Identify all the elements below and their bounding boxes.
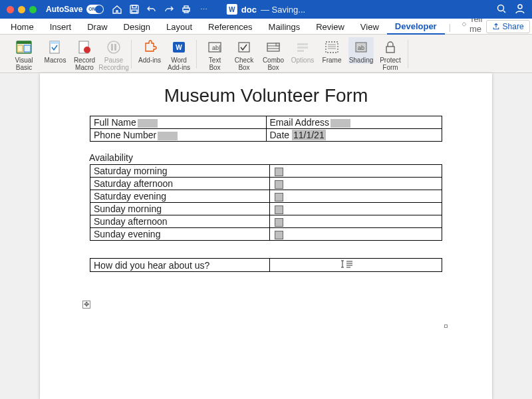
close-window-button[interactable]	[7, 6, 14, 13]
addins-icon	[140, 39, 159, 56]
availability-label: Sunday evening	[90, 228, 270, 241]
window-controls	[7, 6, 37, 13]
availability-label: Saturday afternoon	[90, 178, 270, 190]
autosave-toggle[interactable]: AutoSave ON	[46, 5, 104, 14]
svg-rect-18	[111, 44, 113, 51]
text-form-field[interactable]	[138, 119, 158, 128]
checkbox-form-field[interactable]	[275, 205, 283, 214]
checkbox-form-field[interactable]	[275, 168, 283, 176]
availability-heading: Availability	[89, 152, 459, 163]
combo-box-button[interactable]: Combo Box	[261, 37, 286, 71]
table-move-handle[interactable]: ✥	[82, 301, 90, 309]
availability-label: Saturday morning	[90, 165, 270, 178]
macros-icon	[46, 39, 65, 56]
addins-button[interactable]: Add-ins	[137, 37, 162, 64]
options-icon	[293, 39, 312, 56]
page-title: Museum Volunteer Form	[73, 85, 459, 106]
account-icon[interactable]	[515, 3, 525, 16]
tab-view[interactable]: View	[352, 19, 387, 34]
checkbox-form-field[interactable]	[275, 193, 283, 201]
redo-icon[interactable]	[164, 4, 174, 15]
checkbox-form-field[interactable]	[275, 180, 283, 189]
maximize-window-button[interactable]	[29, 6, 37, 13]
combo-box-cell[interactable]	[270, 259, 442, 272]
svg-rect-28	[276, 43, 279, 46]
table-row: Sunday morning	[90, 203, 442, 215]
frame-icon	[323, 39, 341, 56]
contact-table: Full Name Email Address Phone Number Dat…	[90, 116, 442, 142]
frame-button[interactable]: Frame	[319, 37, 344, 64]
pause-recording-icon	[104, 39, 123, 56]
tab-home[interactable]: Home	[3, 19, 42, 34]
search-icon[interactable]	[496, 3, 507, 16]
undo-icon[interactable]	[146, 4, 157, 15]
availability-label: Sunday morning	[90, 203, 270, 215]
minimize-window-button[interactable]	[18, 6, 25, 13]
text-form-field[interactable]	[331, 119, 350, 128]
text-box-icon: ab|	[205, 39, 224, 56]
record-macro-button[interactable]: Record Macro	[72, 37, 97, 71]
checkbox-form-field[interactable]	[275, 218, 283, 227]
combo-box-field-icon	[340, 259, 354, 271]
svg-text:W: W	[176, 44, 182, 51]
document-title: W doc — Saving...	[227, 4, 305, 15]
share-button[interactable]: Share	[486, 20, 530, 33]
autosave-switch[interactable]: ON	[86, 5, 104, 14]
ribbon: Visual Basic Macros Record Macro Pause R…	[0, 35, 532, 73]
titlebar: AutoSave ON ⋯ W doc — Saving...	[0, 0, 532, 19]
word-addins-icon: W	[170, 39, 188, 56]
availability-label: Saturday evening	[90, 190, 270, 203]
print-icon[interactable]	[181, 4, 192, 15]
field-label: Phone Number	[94, 130, 156, 140]
tab-developer[interactable]: Developer	[387, 19, 445, 35]
text-form-field[interactable]	[158, 132, 178, 140]
svg-rect-32	[326, 42, 338, 53]
check-box-button[interactable]: Check Box	[231, 37, 257, 71]
tab-draw[interactable]: Draw	[79, 19, 115, 34]
table-row: Sunday evening	[90, 228, 442, 241]
svg-text:ab|: ab|	[212, 45, 220, 51]
table-row: Full Name Email Address	[90, 116, 442, 129]
table-row: Sunday afternoon	[90, 215, 442, 228]
page[interactable]: Museum Volunteer Form Full Name Email Ad…	[40, 73, 492, 399]
tab-mailings[interactable]: Mailings	[261, 19, 309, 34]
availability-label: Sunday afternoon	[90, 215, 270, 228]
combo-box-icon	[264, 39, 283, 56]
word-addins-button[interactable]: W Word Add-ins	[166, 37, 192, 71]
table-row: Saturday evening	[90, 190, 442, 203]
save-icon[interactable]	[129, 4, 140, 15]
document-area[interactable]: Museum Volunteer Form Full Name Email Ad…	[0, 73, 532, 399]
tab-references[interactable]: References	[200, 19, 260, 34]
field-label: Full Name	[94, 117, 136, 128]
svg-point-8	[463, 23, 466, 26]
visual-basic-button[interactable]: Visual Basic	[9, 37, 39, 71]
svg-rect-14	[50, 41, 59, 44]
svg-rect-10	[17, 41, 31, 44]
tab-review[interactable]: Review	[308, 19, 352, 34]
svg-point-7	[518, 5, 522, 9]
svg-rect-38	[386, 47, 394, 53]
word-app-icon: W	[227, 4, 237, 15]
svg-rect-1	[132, 5, 136, 8]
checkbox-form-field[interactable]	[275, 231, 283, 239]
shading-button[interactable]: ab Shading	[348, 37, 374, 64]
doc-name: doc	[241, 5, 257, 15]
home-icon[interactable]	[112, 4, 122, 15]
svg-rect-29	[297, 43, 308, 45]
text-box-button[interactable]: ab| Text Box	[202, 37, 227, 71]
ribbon-tabs: Home Insert Draw Design Layout Reference…	[0, 19, 532, 35]
date-form-field[interactable]: 11/1/21	[292, 130, 326, 140]
pause-recording-button: Pause Recording	[101, 37, 126, 71]
field-label: Email Address	[270, 117, 329, 128]
qat-more-icon[interactable]: ⋯	[198, 4, 209, 15]
protect-form-button[interactable]: Protect Form	[378, 37, 403, 71]
table-row: Saturday morning	[90, 165, 442, 178]
share-label: Share	[503, 22, 524, 31]
quick-access-toolbar: ⋯	[112, 4, 209, 15]
table-resize-handle[interactable]	[444, 325, 448, 328]
shading-icon: ab	[352, 39, 370, 56]
macros-button[interactable]: Macros	[43, 37, 68, 64]
tab-insert[interactable]: Insert	[42, 19, 80, 34]
tab-layout[interactable]: Layout	[158, 19, 200, 34]
tab-design[interactable]: Design	[116, 19, 158, 34]
